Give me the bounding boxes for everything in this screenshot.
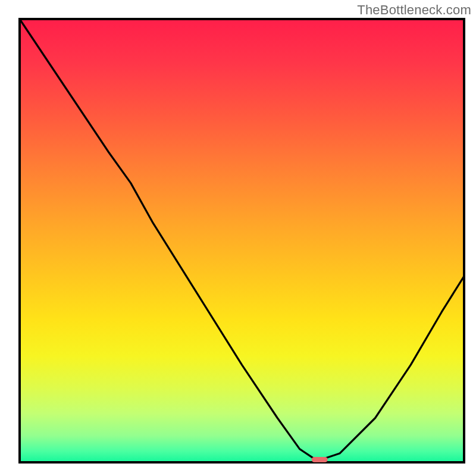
- bottleneck-chart: [0, 0, 476, 476]
- highlight-pill: [312, 457, 328, 462]
- watermark-text: TheBottleneck.com: [357, 2, 471, 18]
- plot-background: [20, 19, 464, 462]
- chart-container: TheBottleneck.com: [0, 0, 476, 476]
